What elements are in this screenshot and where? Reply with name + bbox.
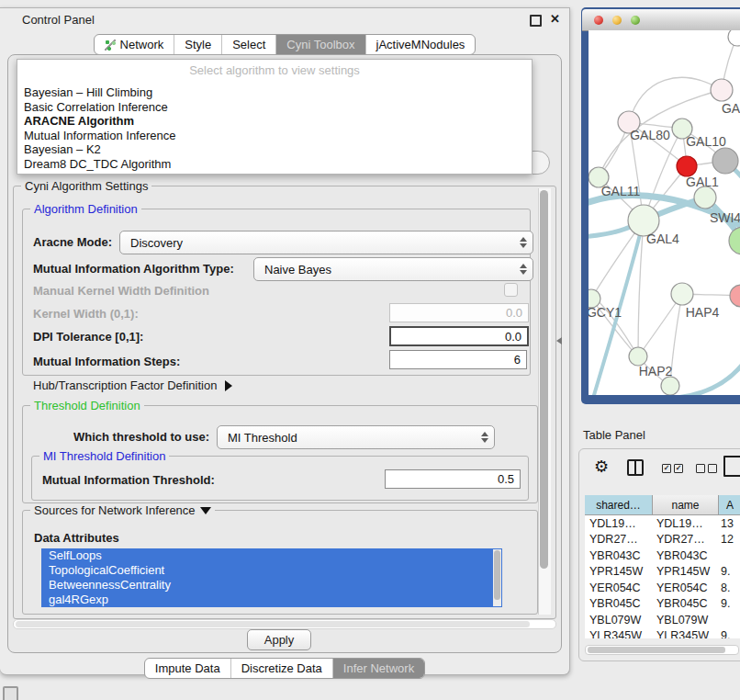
table-cell[interactable]: YBR043C (585, 549, 652, 562)
table-cell[interactable]: YDL19… (585, 517, 652, 530)
attributes-scrollbar[interactable] (493, 549, 501, 606)
table-cell[interactable]: 9. (718, 597, 740, 610)
table-cell[interactable]: YDL19… (652, 517, 718, 530)
table-cell[interactable]: YPR145W (652, 565, 718, 578)
kernel-width-value: 0.0 (506, 306, 522, 320)
network-node-swi4[interactable] (694, 186, 716, 209)
window-zoom-icon[interactable] (631, 16, 640, 25)
table-cell[interactable]: 9. (718, 629, 740, 638)
network-node-y[interactable] (730, 285, 740, 307)
table-row[interactable]: YDL19…YDL19…13 (585, 515, 740, 532)
table-cell[interactable]: YER054C (585, 581, 652, 594)
network-graph[interactable]: GALGAL80GAL10GAL1GAL11SWI4GAL4GCY1HAP4YH… (589, 30, 740, 395)
tab-label: Style (185, 38, 211, 51)
table-cell[interactable]: 13 (718, 517, 740, 530)
tab-jactivemnodules[interactable]: jActiveMNodules (365, 35, 476, 54)
table-row[interactable]: YBR043CYBR043C (585, 548, 740, 564)
attribute-item-gal4rgexp[interactable]: gal4RGexp (41, 593, 502, 607)
table-cell[interactable]: YLR345W (652, 629, 718, 638)
close-icon[interactable] (550, 12, 560, 26)
document-icon[interactable] (723, 456, 740, 477)
tab-style[interactable]: Style (174, 35, 221, 54)
tab-select[interactable]: Select (221, 35, 275, 54)
data-attributes-list[interactable]: SelfLoopsTopologicalCoefficientBetweenne… (41, 548, 502, 607)
unchecked-box-icon[interactable] (696, 464, 705, 473)
float-window-icon[interactable] (530, 15, 542, 27)
menu-item-dream8-dc-tdc-algorithm[interactable]: Dream8 DC_TDC Algorithm (17, 157, 532, 172)
attributes-scroll-thumb[interactable] (494, 550, 500, 600)
which-threshold-combo[interactable]: MI Threshold (217, 425, 495, 449)
gear-icon[interactable] (594, 457, 609, 477)
tab-cyni-toolbox[interactable]: Cyni Toolbox (275, 35, 364, 54)
table-cell[interactable]: 9. (718, 565, 740, 578)
attribute-item-selfloops[interactable]: SelfLoops (41, 548, 502, 563)
table-row[interactable]: YBL079WYBL079W (585, 612, 740, 628)
window-close-icon[interactable] (594, 16, 603, 25)
network-node-gal1[interactable] (677, 156, 697, 176)
table-cell[interactable]: YBR045C (585, 597, 652, 610)
table-row[interactable]: YER054CYER054C8. (585, 580, 740, 596)
column-header-name[interactable]: name (653, 495, 719, 515)
table-horizontal-scrollbar[interactable] (585, 645, 739, 655)
columns-icon[interactable] (627, 459, 644, 476)
bottom-tab-impute-data[interactable]: Impute Data (145, 659, 230, 678)
network-canvas[interactable]: GALGAL80GAL10GAL1GAL11SWI4GAL4GCY1HAP4YH… (589, 30, 740, 395)
mi-threshold-field[interactable]: 0.5 (385, 469, 521, 489)
table-row[interactable]: YLR345WYLR345W9. (585, 628, 740, 639)
menu-item-bayesian-hill-climbing[interactable]: Bayesian – Hill Climbing (17, 85, 532, 100)
table-row[interactable]: YBR045CYBR045C9. (585, 596, 740, 613)
attribute-item-topologicalcoefficient[interactable]: TopologicalCoefficient (41, 563, 502, 578)
network-node[interactable] (712, 148, 738, 174)
network-node-gal[interactable] (711, 79, 733, 101)
network-node[interactable] (728, 30, 740, 46)
tab-label: Discretize Data (241, 661, 322, 675)
apply-button[interactable]: Apply (247, 629, 311, 650)
hub-definition-toggle[interactable]: Hub/Transcription Factor Definition (33, 378, 232, 392)
column-header-third[interactable]: A (719, 495, 740, 515)
bottom-tab-discretize-data[interactable]: Discretize Data (230, 659, 332, 678)
menu-item-basic-correlation-inference[interactable]: Basic Correlation Inference (17, 100, 532, 115)
dpi-tolerance-field[interactable]: 0.0 (389, 326, 529, 346)
table-cell[interactable]: YBL079W (585, 614, 652, 627)
table-cell[interactable]: YBR045C (652, 597, 718, 610)
column-header-shared-name[interactable]: shared… (585, 495, 653, 515)
kernel-width-field[interactable]: 0.0 (389, 303, 529, 322)
table-cell[interactable]: YBL079W (652, 614, 718, 627)
menu-item-mutual-information-inference[interactable]: Mutual Information Inference (17, 129, 532, 143)
table-horizontal-scroll-thumb[interactable] (588, 647, 725, 653)
network-node-hap4[interactable] (671, 283, 693, 305)
checked-box-icon[interactable] (674, 464, 683, 473)
table-cell[interactable]: YPR145W (585, 565, 652, 578)
table-cell[interactable]: YDR27… (585, 533, 652, 546)
manual-kernel-checkbox[interactable] (504, 283, 518, 297)
table-cell[interactable]: 12 (718, 533, 740, 546)
network-node-hap2[interactable] (629, 347, 647, 366)
table-cell[interactable]: YBR043C (652, 549, 718, 562)
unchecked-box-icon[interactable] (708, 464, 717, 473)
table-cell[interactable]: YLR345W (585, 629, 652, 638)
settings-vertical-scroll-thumb[interactable] (540, 190, 548, 569)
table-row[interactable]: YDR27…YDR27…12 (585, 532, 740, 548)
network-node[interactable] (729, 227, 740, 254)
mi-type-combo[interactable]: Naive Bayes (253, 257, 533, 281)
sources-group-title[interactable]: Sources for Network Inference (30, 503, 215, 517)
network-window-titlebar[interactable] (582, 9, 740, 31)
bottom-tab-infer-network[interactable]: Infer Network (332, 659, 424, 678)
checked-box-icon[interactable] (662, 464, 671, 473)
table-cell[interactable]: YER054C (652, 581, 718, 594)
splitter-arrow-icon[interactable] (556, 337, 562, 344)
aracne-mode-combo[interactable]: Discovery (119, 231, 533, 254)
attribute-item-betweennesscentrality[interactable]: BetweennessCentrality (41, 578, 502, 593)
settings-horizontal-scroll-thumb[interactable] (16, 621, 530, 627)
node-label-gal10: GAL10 (686, 134, 726, 149)
table-row[interactable]: YPR145WYPR145W9. (585, 564, 740, 581)
mi-steps-field[interactable]: 6 (389, 350, 527, 369)
minimized-panel-icon[interactable] (3, 686, 18, 700)
network-node[interactable] (661, 377, 679, 395)
menu-item-bayesian-k2[interactable]: Bayesian – K2 (17, 142, 532, 157)
table-cell[interactable]: 8. (718, 581, 740, 594)
menu-item-aracne-algorithm[interactable]: ARACNE Algorithm (17, 114, 532, 129)
table-cell[interactable]: YDR27… (652, 533, 718, 546)
window-minimize-icon[interactable] (612, 16, 622, 25)
tab-network[interactable]: Network (95, 35, 174, 54)
